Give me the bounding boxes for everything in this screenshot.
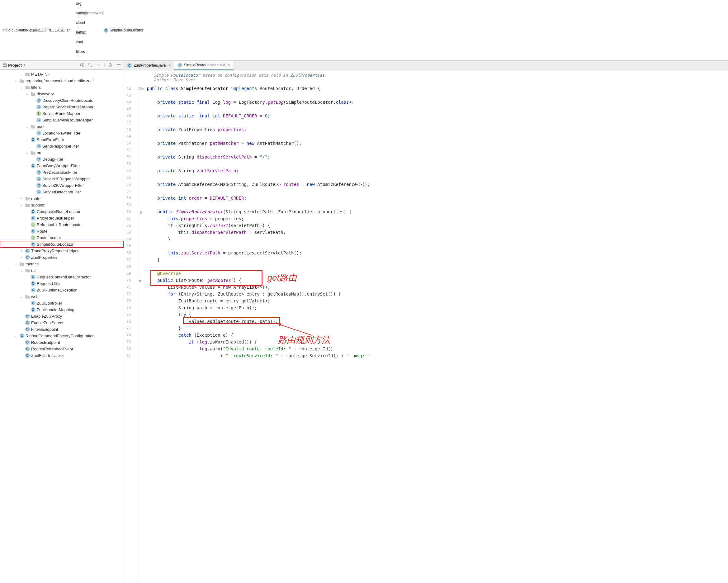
tree-item[interactable]: ⌄org.springframework.cloud.netflix.zuul [0, 78, 124, 84]
code-line[interactable]: List<Route> values = new ArrayList<>(); [147, 284, 728, 290]
chevron-down-icon[interactable]: ⌄ [14, 79, 18, 82]
gear-icon[interactable] [108, 62, 113, 68]
tree-item[interactable]: CRoutesRefreshedEvent [0, 346, 124, 352]
doc-link-zuulproperties[interactable]: ZuulProperties [290, 73, 324, 78]
code-line[interactable]: private static final Log log = LogFactor… [147, 99, 728, 106]
code-line[interactable] [147, 119, 728, 126]
tree-item[interactable]: CRoutesEndpoint [0, 339, 124, 346]
code-line[interactable]: } [147, 256, 728, 263]
editor-tab[interactable]: CZuulProperties.java× [124, 61, 174, 70]
chevron-down-icon[interactable]: ⌄ [25, 151, 29, 154]
tree-item[interactable]: ›support [0, 202, 124, 208]
code-line[interactable]: public List<Route> getRoutes() { [147, 277, 728, 284]
tree-item[interactable]: CPatternServiceRouteMapper [0, 104, 124, 110]
breadcrumb-pkg[interactable]: springframework [76, 11, 104, 15]
tree-item[interactable]: ›CZuulProperties [0, 254, 124, 261]
code-line[interactable]: private static final int DEFAULT_ORDER =… [147, 112, 728, 119]
tree-item[interactable]: CSimpleServiceRouteMapper [0, 117, 124, 123]
tree-item[interactable]: CZuulHandlerMapping [0, 306, 124, 313]
chevron-down-icon[interactable]: ⌄ [19, 73, 24, 76]
chevron-down-icon[interactable]: ⌄ [25, 125, 29, 128]
tree-item[interactable]: ›route [0, 195, 124, 202]
close-icon[interactable]: × [228, 62, 230, 68]
code-editor[interactable]: 4243444546474849505152535455565758596061… [124, 85, 728, 583]
code-line[interactable]: for (Entry<String, ZuulRoute> entry : ge… [147, 290, 728, 298]
tree-item[interactable]: CEnableZuulProxy [0, 313, 124, 320]
tree-item[interactable]: CCompositeRouteLocator [0, 208, 124, 215]
tree-item[interactable]: ⌄META-INF [0, 71, 124, 78]
chevron-right-icon[interactable]: › [14, 262, 18, 265]
code-line[interactable] [147, 202, 728, 208]
code-line[interactable]: ZuulRoute route = entry.getValue(); [147, 298, 728, 304]
tree-item[interactable]: CSendResponseFilter [0, 143, 124, 150]
tree-item[interactable]: CDiscoveryClientRouteLocator [0, 97, 124, 104]
code-line[interactable] [147, 106, 728, 112]
project-dropdown[interactable]: Project ▼ [2, 63, 26, 68]
code-line[interactable]: private ZuulProperties properties; [147, 126, 728, 133]
tree-item[interactable]: ›CTraceProxyRequestHelper [0, 248, 124, 254]
tree-item[interactable]: ›metrics [0, 261, 124, 267]
breadcrumb-pkg[interactable]: zuul [76, 40, 104, 44]
tree-item[interactable]: CRequestUtils [0, 280, 124, 287]
doc-link-routelocator[interactable]: RouteLocator [171, 73, 200, 78]
code-line[interactable]: this.dispatcherServletPath = servletPath… [147, 229, 728, 236]
chevron-down-icon[interactable]: ⌄ [19, 86, 24, 89]
tree-item[interactable]: ⌄util [0, 267, 124, 274]
hide-icon[interactable] [116, 62, 121, 68]
tree-item[interactable]: ⌄post [0, 123, 124, 130]
editor-tab[interactable]: CSimpleRouteLocator.java× [174, 61, 234, 70]
expand-icon[interactable] [88, 62, 93, 68]
code-line[interactable] [147, 133, 728, 140]
code-line[interactable] [147, 188, 728, 195]
code-line[interactable]: public class SimpleRouteLocator implemen… [147, 85, 728, 92]
tree-item[interactable]: CZuulRuntimeException [0, 287, 124, 294]
tree-item[interactable]: CFiltersEndpoint [0, 326, 124, 333]
tree-item[interactable]: CServlet30RequestWrapper [0, 176, 124, 182]
code-line[interactable]: public SimpleRouteLocator(String servlet… [147, 208, 728, 215]
code-line[interactable]: private String zuulServletPath; [147, 167, 728, 174]
chevron-down-icon[interactable]: ⌄ [19, 269, 24, 272]
tree-item[interactable]: IRefreshableRouteLocator [0, 222, 124, 228]
tree-item[interactable]: CLocationRewriteFilter [0, 130, 124, 136]
tree-item[interactable]: CZuulController [0, 300, 124, 306]
code-line[interactable]: + " routeServiceId: " + route.getService… [147, 352, 728, 359]
tree-item[interactable]: CEnableZuulServer [0, 320, 124, 326]
code-line[interactable]: catch (Exception e) { [147, 332, 728, 338]
breadcrumb-file[interactable]: C SimpleRouteLocator [104, 28, 144, 33]
code-line[interactable]: log.warn("Invalid route, routeId: " + ro… [147, 346, 728, 352]
breadcrumb-pkg[interactable]: org [76, 1, 104, 6]
code-line[interactable]: } [147, 325, 728, 332]
tree-item[interactable]: CSimpleRouteLocator [0, 241, 124, 248]
tree-item[interactable]: CServlet30WrapperFilter [0, 182, 124, 189]
tree-item[interactable]: CDebugFilter [0, 156, 124, 162]
tree-item[interactable]: ›CRibbonCommandFactoryConfiguration [0, 333, 124, 339]
code-line[interactable]: String path = route.getPath(); [147, 304, 728, 311]
tree-item[interactable]: CServletDetectionFilter [0, 189, 124, 195]
breadcrumb-pkg[interactable]: netflix [76, 30, 104, 34]
target-icon[interactable] [80, 62, 85, 68]
tree-item[interactable]: ⌄pre [0, 150, 124, 156]
chevron-right-icon[interactable]: › [19, 256, 24, 259]
code-line[interactable]: private PathMatcher pathMatcher = new An… [147, 140, 728, 147]
code-line[interactable]: this.zuulServletPath = properties.getSer… [147, 250, 728, 256]
tree-item[interactable]: CRequestContentDataExtractor [0, 274, 124, 280]
chevron-right-icon[interactable]: › [14, 334, 18, 337]
code-line[interactable]: values.add(getRoute(route, path)); [147, 318, 728, 325]
code-line[interactable]: try { [147, 311, 728, 318]
tree-item[interactable]: IRouteLocator [0, 234, 124, 241]
chevron-right-icon[interactable]: › [19, 197, 24, 200]
code-line[interactable] [147, 263, 728, 270]
tree-item[interactable]: ⌄discovery [0, 91, 124, 97]
code-line[interactable]: if (log.isWarnEnabled()) { [147, 338, 728, 346]
breadcrumb-pkg[interactable]: filters [76, 50, 104, 54]
code-line[interactable]: private int order = DEFAULT_ORDER; [147, 195, 728, 202]
breadcrumb-pkg[interactable]: cloud [76, 21, 104, 25]
code-line[interactable] [147, 92, 728, 99]
close-icon[interactable]: × [168, 63, 171, 68]
chevron-down-icon[interactable]: ⌄ [19, 295, 24, 298]
code-line[interactable] [147, 243, 728, 250]
code-line[interactable]: private AtomicReference<Map<String, Zuul… [147, 181, 728, 188]
tree-item[interactable]: ›CFormBodyWrapperFilter [0, 162, 124, 169]
tree-item[interactable]: ›CSendErrorFilter [0, 136, 124, 143]
code-line[interactable] [147, 160, 728, 167]
